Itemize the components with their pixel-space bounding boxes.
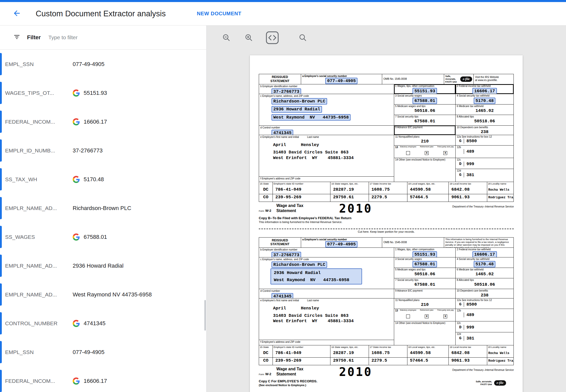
state-income-tax-col: 17 State income tax 1608.75 2279.5 [369,182,407,202]
box2-highlight[interactable]: 16606.17 [472,88,497,94]
third-party-sick-pay-checkbox[interactable]: X [443,315,447,318]
box3-highlight[interactable]: 67588.01 [413,261,437,267]
entity-value: Richardson-Brown PLC [73,205,131,212]
top-accent-stripe [0,0,566,2]
employer-name-highlight[interactable]: Richardson-Brown PLC [272,262,327,268]
w2-box-11: 11 Nonqualified plans 210 [394,298,456,309]
entity-row[interactable]: SS_WAGES67588.01 [0,223,206,251]
employer-addr2-highlight[interactable]: West Raymond NV 44735-6958 [272,277,351,283]
entity-accent-bar [0,370,2,392]
search-button[interactable] [297,32,308,43]
box3-highlight[interactable]: 67588.01 [413,98,437,104]
new-document-button[interactable]: NEW DOCUMENT [197,11,241,17]
zoom-in-button[interactable] [243,32,254,43]
w2-box-12a: 12a See instructions for box 12 G8500 [456,135,513,146]
w2-box-6: 6 Medicare tax withheld 1465.02 [456,268,513,278]
employer-addr1-highlight[interactable]: 2936 Howard Radial [272,270,323,276]
entity-row[interactable]: FEDERAL_INCOM...16606.17 [0,107,206,136]
ein-highlight[interactable]: 37-2766773 [272,252,301,257]
zoom-out-button[interactable] [221,32,232,43]
w2-copy-lines: Copy C For EMPLOYEE'S RECORDS. (See encl… [259,379,514,387]
ssn-highlight[interactable]: 077-49-4905 [325,78,357,84]
employee-name: AprilHensley [273,306,393,311]
statutory-employee-checkbox[interactable] [406,151,410,155]
entity-value-text: 67588.01 [84,234,107,240]
entity-row[interactable]: EMPLR_NAME_AD...West Raymond NV 44735-69… [0,280,206,309]
w2-box-4: 4 Social security tax withheld 5170.48 [456,94,513,104]
box2-highlight[interactable]: 16606.17 [472,251,497,257]
viewer-toolbar [207,25,566,50]
w2-box-b-ein: b Employer identification number 37-2766… [259,248,394,257]
entity-row[interactable]: EMPLR_ID_NUMB...37-2766773 [0,136,206,165]
entity-row[interactable]: EMPLR_NAME_AD...2936 Howard Radial [0,251,206,280]
w2-reissued-statement: REISSUED STATEMENT [259,238,301,247]
control-number-highlight[interactable]: 4741345 [272,130,293,135]
local-income-tax-col: 19 Local income tax 6842.08 9061.93 [448,182,487,202]
entity-label: SS_WAGES [5,234,73,240]
entity-row[interactable]: WAGES_TIPS_OT...55151.93 [0,79,206,107]
control-number-highlight[interactable]: 4741345 [272,293,293,298]
state-income-tax-col: 17 State income tax 1608.75 2279.5 [369,345,407,365]
w2-box-8: 8 Allocated tips 50518.06 [456,278,513,289]
entity-accent-bar [0,53,2,75]
w2-box-1: 1 Wages, tips, other compensation 55151.… [394,84,456,94]
entity-value: 67588.01 [73,233,107,241]
w2-box-c-employer: c Employer's name, address, and ZIP code… [259,257,394,289]
box1-highlight[interactable]: 55151.93 [413,251,437,257]
entity-row[interactable]: EMPL_SSN077-49-4905 [0,50,206,79]
entity-row[interactable]: CONTROL_NUMBER4741345 [0,309,206,338]
form-w2-label: Form W-2 [259,208,271,213]
employer-addr1-highlight[interactable]: 2936 Howard Radial [272,106,322,112]
employee-addr2: West Erinfort WY 45881-3334 [273,318,393,324]
box4-highlight[interactable]: 5170.48 [474,98,495,104]
back-button[interactable] [11,8,22,19]
retirement-plan-checkbox[interactable]: X [425,315,429,318]
viewer-canvas[interactable]: REISSUED STATEMENT a Employee's social s… [207,50,566,392]
efile-logo: e-file [460,76,472,82]
w2-visit-irs: Visit the IRS Website at www.irs.gov/efi… [473,74,513,84]
ssn-highlight[interactable]: 077-49-4905 [325,241,357,247]
third-party-sick-pay-checkbox[interactable]: X [443,151,447,155]
entity-value-text: 2936 Howard Radial [73,263,123,269]
ein-highlight[interactable]: 37-2766773 [272,88,301,94]
entity-label: SS_TAX_WH [5,176,73,182]
left-scrollbar-thumb[interactable] [204,300,206,331]
w2-box-e-employee: e Employee's first name and initial Last… [259,135,394,177]
w2-box-10: 10 Dependent care benefits 238 [456,126,513,135]
w2-box-12c: 12c D999 [456,321,513,332]
entity-row[interactable]: FEDERAL_INCOM...16606.17 [0,367,206,392]
wage-and-tax-statement: Wage and Tax Statement [276,367,303,377]
entity-label: WAGES_TIPS_OT... [5,90,73,96]
w2-box-12d: 12d G381 [456,169,513,182]
entity-label: EMPLR_NAME_AD... [5,205,73,211]
entity-label: CONTROL_NUMBER [5,320,73,326]
entity-value-text: 077-49-4905 [73,61,105,68]
entity-value: 16606.17 [73,118,107,125]
box4-highlight[interactable]: 5170.48 [474,261,495,267]
entity-label: FEDERAL_INCOM... [5,119,73,125]
w2-middle-column: 1 Wages, tips, other compensation 55151.… [394,84,456,182]
entity-row[interactable]: EMPL_SSN077-49-4905 [0,338,206,367]
w2-middle-column: 1 Wages, tips, other compensation 55151.… [394,248,456,345]
local-wages-col: 18 Local wages, tips, etc. 44590.58 5746… [407,345,449,365]
w2-box-2: 2 Federal income tax withheld 16606.17 [456,248,513,257]
w2-right-column: 2 Federal income tax withheld 16606.17 4… [455,248,513,345]
box1-highlight[interactable]: 55151.93 [413,88,437,94]
entity-row[interactable]: SS_TAX_WH5170.48 [0,165,206,194]
employer-name-highlight[interactable]: Richardson-Brown PLC [272,98,327,104]
entity-row[interactable]: EMPLR_NAME_AD...Richardson-Brown PLC [0,194,206,223]
statutory-employee-checkbox[interactable] [406,315,410,318]
filter-input[interactable] [48,34,206,41]
entity-accent-bar [0,111,2,133]
employer-addr2-highlight[interactable]: West Raymond NV 44735-6958 [272,114,351,121]
w2-safe-accurate: Safe, Accurate, FAST! Use e-file [444,74,474,84]
bounding-boxes-button[interactable] [266,31,279,44]
entity-value: 077-49-4905 [73,61,105,68]
entities-panel: Filter EMPL_SSN077-49-4905WAGES_TIPS_OT.… [0,25,207,392]
w2-footer: Form W-2 Wage and Tax Statement 2010 Dep… [259,203,514,214]
entity-value-text: 077-49-4905 [73,349,105,356]
w2-box-1: 1 Wages, tips, other compensation 55151.… [394,248,456,257]
retirement-plan-checkbox[interactable]: X [425,151,429,155]
copy-title: Copy C For EMPLOYEE'S RECORDS. [259,379,317,383]
search-icon [299,33,307,42]
